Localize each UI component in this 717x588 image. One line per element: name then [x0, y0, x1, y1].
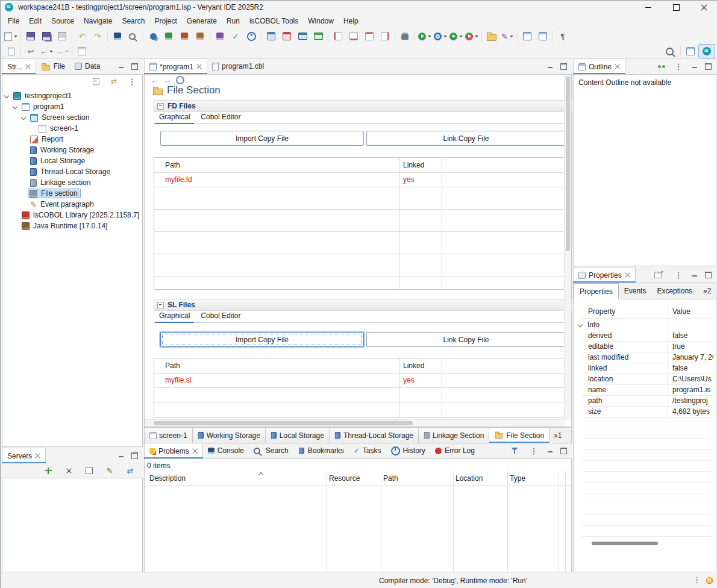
chevron-down-icon[interactable] — [13, 104, 17, 109]
tree-item-iscobol-library[interactable]: isCOBOL Library [2025.2.1158.7] — [2, 210, 142, 220]
statusbar-menu-icon[interactable]: ⋮ — [693, 576, 701, 584]
minimize-view-button[interactable] — [116, 61, 126, 71]
close-tab-icon[interactable] — [25, 64, 31, 69]
tab-servers[interactable]: Servers — [2, 448, 46, 463]
tab-outline[interactable]: Outline — [573, 58, 625, 74]
link-with-editor-icon[interactable]: ⇄ — [106, 76, 122, 87]
maximize-button[interactable] — [662, 1, 690, 14]
minimize-button[interactable] — [634, 1, 662, 14]
page-tab-linkage-section[interactable]: Linkage Section — [419, 428, 489, 443]
tree-item-event-paragraph[interactable]: ✎ Event paragraph — [2, 199, 142, 210]
maximize-view-button[interactable] — [703, 61, 713, 71]
properties-scrollbar-thumb[interactable] — [592, 542, 658, 545]
property-value[interactable]: /testingproj — [672, 396, 713, 405]
inner-tab-properties[interactable]: Properties — [574, 283, 619, 299]
terminal-icon[interactable] — [110, 30, 125, 43]
align-top-icon[interactable] — [362, 30, 377, 43]
publish-server-icon[interactable]: ⇄ — [122, 465, 138, 476]
sl-row-linked[interactable]: yes — [403, 376, 415, 384]
minimize-view-button[interactable] — [690, 270, 700, 280]
property-name[interactable]: name — [588, 386, 606, 394]
property-name[interactable]: last modified — [588, 353, 628, 361]
collapse-section-icon[interactable] — [157, 302, 164, 308]
validate-icon[interactable]: ✓ — [228, 30, 243, 43]
menu-search[interactable]: Search — [117, 15, 149, 27]
servers-content[interactable] — [2, 478, 143, 572]
fd-import-copy-file-button[interactable]: Import Copy File — [160, 131, 364, 146]
page-tab-file-section[interactable]: File Section — [489, 428, 549, 443]
page-tab-local-storage[interactable]: Local Storage — [266, 428, 330, 443]
property-name[interactable]: path — [588, 396, 602, 405]
menu-navigate[interactable]: Navigate — [79, 15, 117, 27]
veryant-perspective-icon[interactable] — [698, 44, 715, 58]
collapse-section-icon[interactable] — [157, 103, 164, 110]
column-location[interactable]: Location — [456, 474, 483, 483]
generate-report-icon[interactable] — [535, 30, 551, 43]
horizontal-scrollbar[interactable] — [145, 419, 565, 427]
sl-link-copy-file-button[interactable]: Link Copy File — [366, 332, 566, 347]
fd-row-linked[interactable]: yes — [403, 175, 415, 184]
pin-view-icon[interactable] — [74, 45, 90, 58]
menu-generate[interactable]: Generate — [182, 15, 222, 27]
add-server-icon[interactable] — [40, 465, 56, 476]
import-copybook-icon[interactable] — [161, 30, 177, 43]
pin-editor-icon[interactable] — [3, 45, 19, 58]
print-icon[interactable] — [54, 30, 70, 43]
tab-history[interactable]: History — [386, 443, 430, 458]
menu-edit[interactable]: Edit — [24, 15, 46, 27]
page-tab-thread-local-storage[interactable]: Thread-Local Storage — [330, 428, 419, 443]
inner-tab-exceptions[interactable]: Exceptions — [651, 283, 698, 299]
debug-server-icon[interactable]: ✎ — [102, 465, 117, 476]
editor-tab-program1[interactable]: *program1 — [144, 58, 207, 74]
vertical-scrollbar[interactable] — [564, 75, 571, 420]
close-tab-icon[interactable] — [615, 64, 620, 69]
collapse-all-icon[interactable] — [88, 76, 104, 87]
tree-item-screen-section[interactable]: Screen section — [2, 112, 142, 123]
editor-tab-program1cbl[interactable]: program1.cbl — [207, 58, 269, 74]
maximize-view-button[interactable] — [130, 61, 139, 71]
tab-bookmarks[interactable]: Bookmarks — [293, 443, 349, 458]
chevron-down-icon[interactable] — [21, 115, 26, 120]
tab-error-log[interactable]: Error Log — [430, 443, 480, 458]
tree-item-program1[interactable]: program1 — [2, 101, 142, 112]
debug-icon[interactable] — [433, 30, 448, 43]
fd-tab-graphical[interactable]: Graphical — [154, 111, 195, 124]
close-tab-icon[interactable] — [35, 453, 40, 458]
tab-file[interactable]: File — [36, 58, 70, 74]
run-icon[interactable] — [448, 30, 464, 43]
close-tab-icon[interactable] — [196, 64, 202, 69]
database-icon[interactable] — [397, 30, 413, 43]
new-wizard-icon[interactable] — [3, 30, 19, 43]
open-folder-icon[interactable] — [484, 30, 499, 43]
property-name[interactable]: derived — [588, 331, 612, 340]
data-layout-icon[interactable] — [263, 30, 279, 43]
property-name[interactable]: location — [588, 375, 613, 383]
tips-lightbulb-icon[interactable] — [706, 577, 713, 584]
build-all-icon[interactable] — [177, 30, 192, 43]
tree-item-testingproject1[interactable]: testingproject1 — [2, 90, 142, 101]
property-value[interactable]: 4,682 bytes — [672, 407, 713, 416]
tree-item-report[interactable]: Report — [2, 134, 142, 145]
tab-structure[interactable]: Str... — [2, 58, 36, 74]
wizard-icon[interactable] — [212, 30, 228, 43]
stop-server-icon[interactable] — [81, 465, 97, 476]
run-server-icon[interactable] — [417, 30, 433, 43]
inner-tab-events[interactable]: Events — [619, 283, 652, 299]
menu-help[interactable]: Help — [339, 15, 363, 27]
form-forward-icon[interactable]: → — [163, 77, 171, 84]
fd-row-path[interactable]: myfile.fd — [165, 175, 192, 184]
menu-run[interactable]: Run — [222, 15, 245, 27]
save-all-icon[interactable] — [39, 30, 54, 43]
close-button[interactable] — [690, 1, 717, 14]
column-type[interactable]: Type — [510, 474, 525, 483]
property-group-info[interactable]: Info — [578, 321, 600, 329]
menu-file[interactable]: File — [3, 15, 24, 27]
tab-problems[interactable]: Problems — [144, 443, 203, 458]
scrollbar-thumb[interactable] — [566, 77, 570, 251]
property-name[interactable]: editable — [588, 342, 613, 351]
menu-source[interactable]: Source — [46, 15, 79, 27]
tree-item-linkage-section[interactable]: Linkage section — [2, 177, 142, 188]
column-header-linked[interactable]: Linked — [403, 361, 424, 370]
minimize-view-button[interactable] — [545, 446, 555, 455]
back-icon[interactable]: ← — [39, 45, 54, 58]
